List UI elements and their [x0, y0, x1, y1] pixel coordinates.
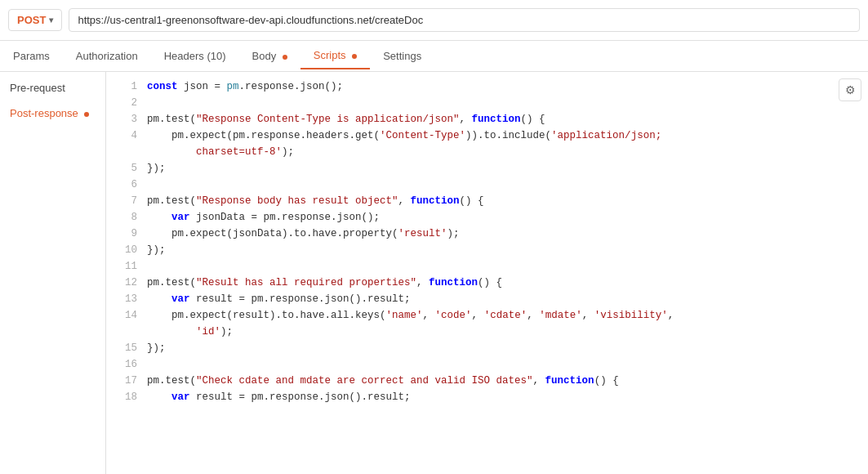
method-chevron-icon: ▾ [49, 16, 53, 25]
code-lines: const json = pm.response.json(); pm.test… [147, 78, 868, 405]
sidebar-item-pre-request[interactable]: Pre-request [0, 75, 105, 101]
code-line-2 [147, 95, 835, 111]
url-bar: POST ▾ [0, 0, 868, 41]
code-line-10: }); [147, 242, 835, 258]
editor-area[interactable]: ⚙ 1 2 3 4 5 6 7 8 9 10 11 12 13 14 15 [106, 72, 868, 474]
code-line-3: pm.test("Response Content-Type is applic… [147, 111, 835, 127]
code-line-12: pm.test("Result has all required propert… [147, 275, 835, 291]
code-line-16 [147, 356, 835, 373]
code-line-4b: charset=utf-8'); [147, 144, 835, 160]
sidebar: Pre-request Post-response [0, 72, 106, 474]
tab-scripts[interactable]: Scripts [300, 42, 370, 69]
main-layout: Pre-request Post-response ⚙ 1 2 3 4 5 6 … [0, 72, 868, 474]
code-line-7: pm.test("Response body has result object… [147, 193, 835, 209]
editor-settings-button[interactable]: ⚙ [839, 78, 861, 101]
body-tab-dot [283, 55, 287, 60]
code-line-13: var result = pm.response.json().result; [147, 291, 835, 307]
code-container: 1 2 3 4 5 6 7 8 9 10 11 12 13 14 15 16 1… [106, 72, 868, 412]
code-line-6 [147, 177, 835, 193]
code-line-14: pm.expect(result).to.have.all.keys('name… [147, 307, 835, 324]
tab-params[interactable]: Params [0, 43, 63, 69]
tab-body[interactable]: Body [239, 43, 300, 69]
gear-icon: ⚙ [845, 83, 856, 96]
method-select[interactable]: POST ▾ [8, 9, 62, 31]
code-line-1: const json = pm.response.json(); [147, 78, 835, 95]
tab-headers[interactable]: Headers (10) [151, 43, 239, 69]
code-line-14b: 'id'); [147, 324, 835, 340]
post-response-dot [84, 112, 89, 117]
line-numbers: 1 2 3 4 5 6 7 8 9 10 11 12 13 14 15 16 1… [106, 78, 147, 405]
tab-settings[interactable]: Settings [370, 43, 434, 69]
code-line-11 [147, 258, 835, 275]
sidebar-item-post-response[interactable]: Post-response [0, 101, 105, 126]
tabs-row: Params Authorization Headers (10) Body S… [0, 41, 868, 72]
code-line-18: var result = pm.response.json().result; [147, 389, 835, 405]
code-line-17: pm.test("Check cdate and mdate are corre… [147, 373, 835, 389]
code-line-8: var jsonData = pm.response.json(); [147, 209, 835, 226]
code-line-5: }); [147, 160, 835, 177]
tab-authorization[interactable]: Authorization [63, 43, 151, 69]
url-input[interactable] [69, 8, 860, 32]
code-line-15: }); [147, 340, 835, 356]
scripts-tab-dot [352, 54, 357, 59]
method-label: POST [17, 14, 46, 26]
code-line-9: pm.expect(jsonData).to.have.property('re… [147, 226, 835, 242]
code-line-4: pm.expect(pm.response.headers.get('Conte… [147, 127, 835, 144]
